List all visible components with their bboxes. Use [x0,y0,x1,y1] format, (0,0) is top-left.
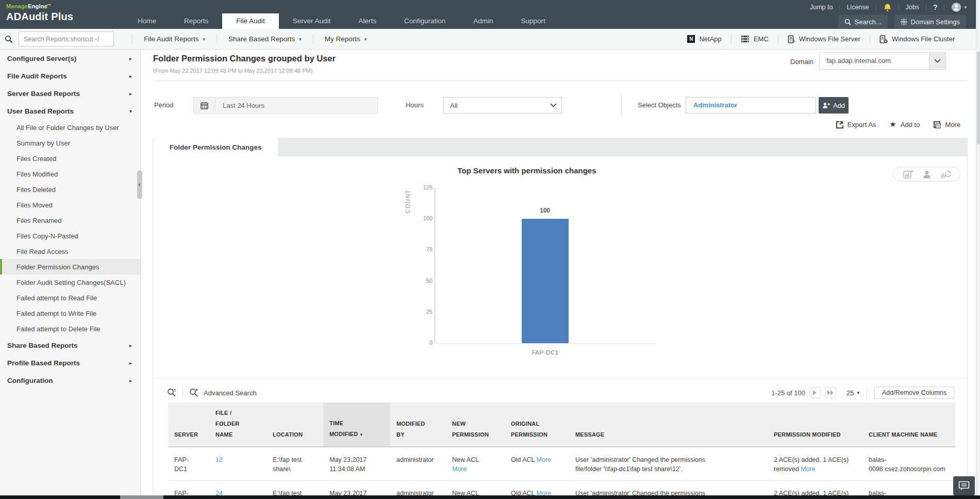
more-button[interactable]: More [933,121,960,128]
sidebar-item-failed-attempt-to-delete-file[interactable]: Failed attempt to Delete File [0,321,140,336]
column-header-permission_modified[interactable]: PERMISSION MODIFIED [768,403,862,447]
chevron-down-icon [929,53,945,69]
column-header-message[interactable]: MESSAGE [569,403,768,447]
sidebar-item-failed-attempt-to-read-file[interactable]: Failed attempt to Read File [0,290,140,305]
sidebar-item-file-audit-reports[interactable]: File Audit Reports▸ [0,67,140,85]
sidebar-item-user-based-reports[interactable]: User Based Reports▾ [0,102,140,120]
sidebar-item-files-copy-n-pasted[interactable]: Files Copy-N-Pasted [0,228,140,244]
notification-bell-icon[interactable] [883,3,892,12]
tab-folder-permission-changes[interactable]: Folder Permission Changes [153,138,278,156]
report-table: SERVERFILE / FOLDER NAMELOCATIONTIME MOD… [168,403,955,499]
user-menu[interactable]: ▾ [951,2,967,12]
menu-my-reports[interactable]: My Reports▾ [313,35,378,43]
sidebar-item-all-file-or-folder-changes-by-user[interactable]: All File or Folder Changes by User [0,120,140,135]
feedback-chat-button[interactable] [953,476,975,495]
jobs-link[interactable]: Jobs [906,4,919,11]
column-header-new_permission[interactable]: NEW PERMISSION [446,403,505,447]
last-page-button[interactable] [825,387,836,398]
add-remove-columns-button[interactable]: Add/Remove Columns [874,387,954,399]
logo-manage: Manage [6,3,28,9]
sidebar-item-profile-based-reports[interactable]: Profile Based Reports▸ [0,354,140,372]
sidebar-item-configured-server-s-[interactable]: Configured Server(s)▸ [0,50,140,67]
user-chart-icon[interactable] [922,170,932,179]
page-scrollbar[interactable] [976,0,980,499]
column-header-server[interactable]: SERVER [168,403,209,447]
column-header-time_modified[interactable]: TIME MODIFIED▾ [323,403,390,447]
column-header-file_folder_name[interactable]: FILE / FOLDER NAME [209,403,267,447]
add-chart-icon[interactable] [903,170,913,179]
chart-ytick: 50 [412,278,433,284]
sidebar-collapse-handle[interactable] [137,170,142,199]
report-search-input[interactable] [19,31,114,46]
sort-desc-icon: ▾ [360,432,362,437]
sidebar-item-files-modified[interactable]: Files Modified [0,166,140,182]
hours-select[interactable]: All [443,97,562,114]
sidebar-item-share-based-reports[interactable]: Share Based Reports▸ [0,336,140,354]
file-folder-link[interactable]: 12 [215,456,223,463]
nav-tab-support[interactable]: Support [507,13,559,29]
sidebar-item-files-moved[interactable]: Files Moved [0,197,140,213]
hours-label: Hours [406,97,424,114]
more-link[interactable]: More [452,465,467,473]
column-header-original_permission[interactable]: ORIGINAL PERMISSION [505,403,569,447]
chart-title: Top Servers with permission changes [424,166,630,175]
cell-message: User 'administrator' Changed the permiss… [569,447,768,481]
sidebar-item-files-deleted[interactable]: Files Deleted [0,182,140,197]
add-button[interactable]: Add [819,97,849,114]
page-size-select[interactable]: 25▾ [846,389,859,397]
nav-tab-alerts[interactable]: Alerts [344,13,390,29]
sidebar-item-configuration[interactable]: Configuration▸ [0,372,140,389]
domain-select[interactable]: fap.adap.internal.com [819,52,946,70]
chart-bar[interactable] [522,219,569,343]
table-row: FAP-DC112E:\fap test share\May 23,2017 1… [168,447,955,481]
nav-tab-configuration[interactable]: Configuration [390,13,459,29]
select-objects-input[interactable]: Administrator [686,97,816,114]
sidebar-item-folder-audit-setting-changes-sacl-[interactable]: Folder Audit Setting Changes(SACL) [0,275,140,290]
sidebar-item-summary-by-user[interactable]: Summary by User [0,135,140,151]
hours-value: All [444,102,545,109]
more-link[interactable]: More [801,465,815,473]
advanced-search-icon[interactable] [189,388,198,397]
nav-tab-admin[interactable]: Admin [459,13,507,29]
next-page-button[interactable] [809,387,821,398]
more-link[interactable]: More [537,456,551,463]
jump-to-link[interactable]: Jump to [810,4,833,11]
domain-settings-button[interactable]: Domain Settings [894,15,966,28]
platform-links: NNetAppEMCWindows File ServerWindows Fil… [678,29,964,49]
platform-netapp[interactable]: NNetApp [678,35,730,43]
nav-tab-home[interactable]: Home [124,13,170,29]
period-input[interactable]: Last 24 Hours [193,97,378,114]
sidebar-item-files-renamed[interactable]: Files Renamed [0,213,140,228]
search-icon[interactable] [167,388,176,397]
sidebar-item-folder-permission-changes[interactable]: Folder Permission Changes [0,259,140,275]
scrollbar-thumb[interactable] [977,52,980,144]
menu-file-audit-reports[interactable]: File Audit Reports▾ [132,35,217,43]
export-as-button[interactable]: Export As [836,121,876,128]
platform-windows-file-server[interactable]: Windows File Server [778,35,870,43]
platform-emc[interactable]: EMC [732,35,778,43]
header-search-button[interactable]: Search... [838,15,888,28]
nav-tab-server-audit[interactable]: Server Audit [279,13,345,29]
sidebar-item-server-based-reports[interactable]: Server Based Reports▸ [0,85,140,102]
nav-tab-reports[interactable]: Reports [170,13,222,29]
export-icon [836,121,843,128]
license-link[interactable]: License [846,4,869,11]
page-subtitle: (From May 22,2017 12:09:48 PM to May 23,… [153,68,312,74]
chart-xaxis [435,343,655,344]
avatar-icon [951,2,961,12]
refresh-chart-icon[interactable] [940,170,951,179]
sidebar-item-file-read-access[interactable]: File Read Access [0,244,140,259]
help-link[interactable]: ? [933,3,938,11]
add-to-button[interactable]: ★ Add to [889,121,920,128]
menu-share-based-reports[interactable]: Share Based Reports▾ [217,35,313,43]
gear-icon [901,19,907,25]
sidebar-item-failed-attempt-to-write-file[interactable]: Failed attempt to Write File [0,305,140,321]
column-header-location[interactable]: LOCATION [267,403,323,447]
column-header-client_machine_name[interactable]: CLIENT MACHINE NAME [862,403,955,447]
column-header-modified_by[interactable]: MODIFIED BY [390,403,446,447]
advanced-search-label[interactable]: Advanced Search [204,389,257,397]
nav-tab-file-audit[interactable]: File Audit [222,13,279,29]
product-name: ADAudit Plus [6,11,73,23]
sidebar-item-files-created[interactable]: Files Created [0,151,140,166]
platform-windows-file-cluster[interactable]: Windows File Cluster [870,35,964,43]
